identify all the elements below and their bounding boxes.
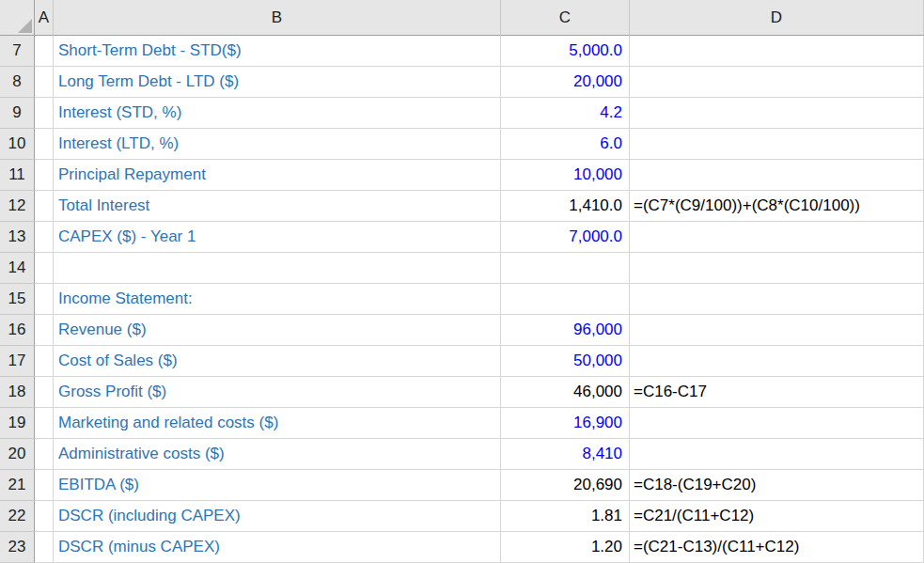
cell-c16[interactable]: 96,000 [501, 315, 630, 346]
select-all-corner[interactable] [0, 0, 35, 36]
row-header-13[interactable]: 13 [0, 222, 35, 253]
cell-a11[interactable] [35, 160, 54, 191]
cell-a14[interactable] [35, 253, 54, 284]
cell-c13[interactable]: 7,000.0 [501, 222, 630, 253]
row-header-11[interactable]: 11 [0, 160, 35, 191]
cell-d19[interactable] [630, 408, 924, 439]
cell-d10[interactable] [630, 129, 924, 160]
row-header-8[interactable]: 8 [0, 67, 35, 98]
cell-c9[interactable]: 4.2 [501, 98, 630, 129]
row-header-7[interactable]: 7 [0, 36, 35, 67]
cell-c12[interactable]: 1,410.0 [501, 191, 630, 222]
cell-d12[interactable]: =(C7*(C9/100))+(C8*(C10/100)) [630, 191, 924, 222]
cell-a7[interactable] [35, 36, 54, 67]
cell-c15[interactable] [501, 284, 630, 315]
cell-c23[interactable]: 1.20 [501, 532, 630, 563]
cell-b13[interactable]: CAPEX ($) - Year 1 [54, 222, 501, 253]
cell-b20[interactable]: Administrative costs ($) [54, 439, 501, 470]
row-header-16[interactable]: 16 [0, 315, 35, 346]
cell-c10[interactable]: 6.0 [501, 129, 630, 160]
cell-c14[interactable] [501, 253, 630, 284]
cell-d8[interactable] [630, 67, 924, 98]
cell-b19[interactable]: Marketing and related costs ($) [54, 408, 501, 439]
cell-c8[interactable]: 20,000 [501, 67, 630, 98]
cell-b9[interactable]: Interest (STD, %) [54, 98, 501, 129]
cell-a22[interactable] [35, 501, 54, 532]
cell-b22[interactable]: DSCR (including CAPEX) [54, 501, 501, 532]
row-header-17[interactable]: 17 [0, 346, 35, 377]
cell-a18[interactable] [35, 377, 54, 408]
cell-b10[interactable]: Interest (LTD, %) [54, 129, 501, 160]
column-header-d[interactable]: D [630, 0, 924, 36]
cell-b16[interactable]: Revenue ($) [54, 315, 501, 346]
select-all-icon [18, 19, 32, 33]
cell-d13[interactable] [630, 222, 924, 253]
cell-b18[interactable]: Gross Profit ($) [54, 377, 501, 408]
cell-c11[interactable]: 10,000 [501, 160, 630, 191]
cell-a12[interactable] [35, 191, 54, 222]
cell-b17[interactable]: Cost of Sales ($) [54, 346, 501, 377]
cell-d7[interactable] [630, 36, 924, 67]
column-header-b[interactable]: B [54, 0, 501, 36]
cell-c7[interactable]: 5,000.0 [501, 36, 630, 67]
row-header-23[interactable]: 23 [0, 532, 35, 563]
cell-b23[interactable]: DSCR (minus CAPEX) [54, 532, 501, 563]
cell-a23[interactable] [35, 532, 54, 563]
row-header-22[interactable]: 22 [0, 501, 35, 532]
cell-d18[interactable]: =C16-C17 [630, 377, 924, 408]
cell-a17[interactable] [35, 346, 54, 377]
row-header-10[interactable]: 10 [0, 129, 35, 160]
cell-d16[interactable] [630, 315, 924, 346]
cell-c21[interactable]: 20,690 [501, 470, 630, 501]
cell-d21[interactable]: =C18-(C19+C20) [630, 470, 924, 501]
cell-d11[interactable] [630, 160, 924, 191]
cell-a10[interactable] [35, 129, 54, 160]
row-header-18[interactable]: 18 [0, 377, 35, 408]
cell-a16[interactable] [35, 315, 54, 346]
cell-d14[interactable] [630, 253, 924, 284]
cell-d17[interactable] [630, 346, 924, 377]
cell-a15[interactable] [35, 284, 54, 315]
row-header-19[interactable]: 19 [0, 408, 35, 439]
cell-d23[interactable]: =(C21-C13)/(C11+C12) [630, 532, 924, 563]
row-header-21[interactable]: 21 [0, 470, 35, 501]
cell-c18[interactable]: 46,000 [501, 377, 630, 408]
cell-b21[interactable]: EBITDA ($) [54, 470, 501, 501]
cell-b7[interactable]: Short-Term Debt - STD($) [54, 36, 501, 67]
column-header-c[interactable]: C [501, 0, 630, 36]
cell-c22[interactable]: 1.81 [501, 501, 630, 532]
cell-b15[interactable]: Income Statement: [54, 284, 501, 315]
cell-a19[interactable] [35, 408, 54, 439]
cell-c20[interactable]: 8,410 [501, 439, 630, 470]
cell-d22[interactable]: =C21/(C11+C12) [630, 501, 924, 532]
cell-b14[interactable] [54, 253, 501, 284]
cell-d9[interactable] [630, 98, 924, 129]
cell-a9[interactable] [35, 98, 54, 129]
cell-d20[interactable] [630, 439, 924, 470]
cell-a13[interactable] [35, 222, 54, 253]
row-header-9[interactable]: 9 [0, 98, 35, 129]
row-header-15[interactable]: 15 [0, 284, 35, 315]
cell-a20[interactable] [35, 439, 54, 470]
row-header-14[interactable]: 14 [0, 253, 35, 284]
cell-c17[interactable]: 50,000 [501, 346, 630, 377]
cell-b11[interactable]: Principal Repayment [54, 160, 501, 191]
cell-a21[interactable] [35, 470, 54, 501]
cell-c19[interactable]: 16,900 [501, 408, 630, 439]
cell-a8[interactable] [35, 67, 54, 98]
cell-b12[interactable]: Total Interest [54, 191, 501, 222]
cell-d15[interactable] [630, 284, 924, 315]
spreadsheet-grid: A B C D 7 Short-Term Debt - STD($) 5,000… [0, 0, 924, 563]
row-header-20[interactable]: 20 [0, 439, 35, 470]
cell-b8[interactable]: Long Term Debt - LTD ($) [54, 67, 501, 98]
column-header-a[interactable]: A [35, 0, 54, 36]
row-header-12[interactable]: 12 [0, 191, 35, 222]
